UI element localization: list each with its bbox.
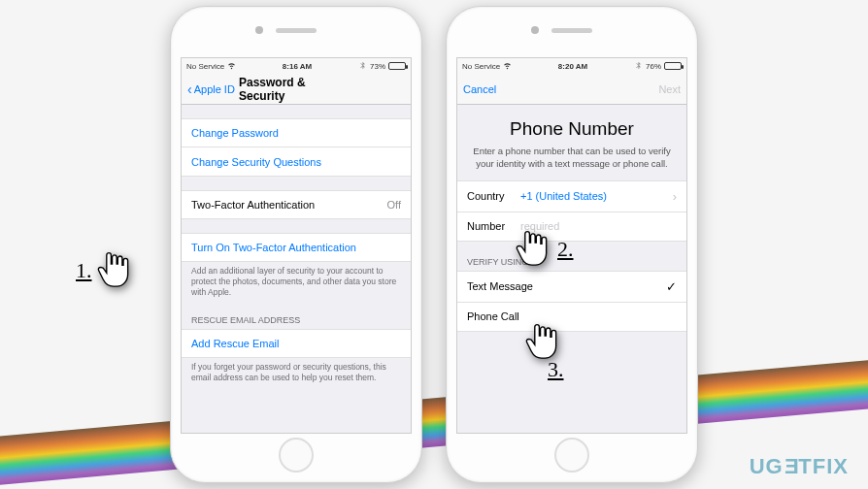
- page-title: Phone Number: [457, 118, 686, 140]
- country-label: Country: [467, 190, 520, 202]
- number-label: Number: [467, 220, 520, 232]
- cancel-button[interactable]: Cancel: [463, 83, 496, 95]
- wifi-icon: [503, 61, 512, 72]
- chevron-right-icon: ›: [673, 189, 677, 204]
- nav-bar: ‹ Apple ID Password & Security: [182, 74, 411, 105]
- callout-1: 1.: [76, 248, 135, 293]
- two-factor-footer: Add an additional layer of security to y…: [182, 262, 411, 298]
- hand-cursor-icon: [96, 248, 135, 293]
- back-label: Apple ID: [194, 83, 235, 95]
- hand-cursor-icon: [515, 227, 553, 272]
- checkmark-icon: ✓: [666, 279, 677, 294]
- bluetooth-icon: [358, 61, 367, 72]
- screen-password-security: No Service 8:16 AM 73% ‹: [181, 57, 412, 434]
- watermark-logo: UGETFIX: [750, 454, 849, 479]
- two-factor-label: Two-Factor Authentication: [191, 199, 315, 211]
- battery-percent: 76%: [646, 62, 661, 71]
- phone-left: No Service 8:16 AM 73% ‹: [170, 6, 422, 483]
- status-time: 8:20 AM: [558, 62, 587, 71]
- rescue-email-footer: If you forget your password or security …: [182, 358, 411, 383]
- status-bar: No Service 8:20 AM 76%: [457, 58, 686, 74]
- carrier-text: No Service: [462, 62, 500, 71]
- battery-icon: [388, 62, 406, 70]
- battery-icon: [664, 62, 682, 70]
- status-time: 8:16 AM: [283, 62, 312, 71]
- status-bar: No Service 8:16 AM 73%: [182, 58, 411, 74]
- home-button[interactable]: [279, 438, 314, 473]
- back-button[interactable]: ‹ Apple ID: [187, 82, 235, 96]
- nav-bar: Cancel Next: [457, 74, 686, 105]
- home-button[interactable]: [554, 438, 589, 473]
- change-password-label: Change Password: [191, 127, 279, 139]
- next-button[interactable]: Next: [658, 83, 681, 95]
- callout-1-number: 1.: [76, 258, 92, 283]
- page-description: Enter a phone number that can be used to…: [457, 140, 686, 180]
- battery-percent: 73%: [370, 62, 385, 71]
- change-password-cell[interactable]: Change Password: [182, 118, 411, 147]
- text-message-label: Text Message: [467, 280, 666, 292]
- next-label: Next: [658, 83, 681, 95]
- callout-3-number: 3.: [548, 357, 564, 382]
- two-factor-status-cell: Two-Factor Authentication Off: [182, 190, 411, 219]
- bluetooth-icon: [634, 61, 643, 72]
- two-factor-value: Off: [387, 199, 401, 211]
- nav-title: Password & Security: [239, 76, 353, 103]
- text-message-cell[interactable]: Text Message ✓: [457, 271, 686, 303]
- add-rescue-email-label: Add Rescue Email: [191, 338, 280, 349]
- country-value: +1 (United States): [520, 190, 673, 202]
- callout-2: 2.: [515, 227, 574, 272]
- wifi-icon: [227, 61, 236, 72]
- add-rescue-email-cell[interactable]: Add Rescue Email: [182, 329, 411, 358]
- callout-2-number: 2.: [557, 237, 574, 262]
- content-area: Change Password Change Security Question…: [182, 105, 411, 433]
- cancel-label: Cancel: [463, 83, 496, 95]
- rescue-email-header: RESCUE EMAIL ADDRESS: [182, 311, 411, 329]
- turn-on-two-factor-cell[interactable]: Turn On Two-Factor Authentication: [182, 233, 411, 262]
- turn-on-two-factor-label: Turn On Two-Factor Authentication: [191, 242, 356, 253]
- country-cell[interactable]: Country +1 (United States) ›: [457, 180, 686, 212]
- change-security-questions-cell[interactable]: Change Security Questions: [182, 147, 411, 177]
- chevron-left-icon: ‹: [187, 82, 192, 96]
- change-security-questions-label: Change Security Questions: [191, 156, 321, 168]
- carrier-text: No Service: [186, 62, 224, 71]
- callout-3: 3.: [524, 320, 584, 365]
